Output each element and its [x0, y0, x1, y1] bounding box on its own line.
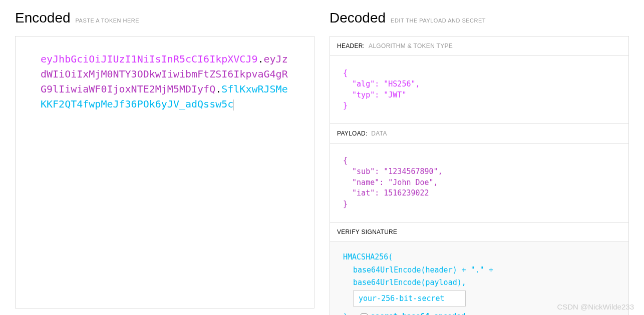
encoded-column: Encoded PASTE A TOKEN HERE eyJhbGciOiJIU… — [15, 10, 314, 315]
encoded-title-row: Encoded PASTE A TOKEN HERE — [15, 10, 314, 26]
signature-close: ) — [343, 312, 348, 315]
payload-label: PAYLOAD: — [337, 130, 368, 137]
signature-section: VERIFY SIGNATURE HMACSHA256( base64UrlEn… — [330, 222, 629, 315]
header-label: HEADER: — [337, 42, 365, 50]
payload-section-title: PAYLOAD: DATA — [330, 124, 628, 144]
payload-desc: DATA — [371, 130, 387, 137]
decoded-column: Decoded EDIT THE PAYLOAD AND SECRET HEAD… — [330, 10, 629, 315]
header-content[interactable]: { "alg": "HS256", "typ": "JWT" } — [330, 56, 628, 124]
payload-content[interactable]: { "sub": "1234567890", "name": "John Doe… — [330, 144, 628, 222]
decoded-title-row: Decoded EDIT THE PAYLOAD AND SECRET — [330, 10, 629, 26]
token-dot-2: . — [215, 83, 221, 95]
text-cursor — [233, 100, 233, 110]
encoded-title: Encoded — [15, 10, 71, 26]
token-dot-1: . — [257, 53, 263, 65]
encoded-subtitle: PASTE A TOKEN HERE — [76, 18, 140, 24]
signature-label: VERIFY SIGNATURE — [337, 228, 397, 236]
encoded-token-input[interactable]: eyJhbGciOiJIUzI1NiIsInR5cCI6IkpXVCJ9.eyJ… — [15, 36, 314, 308]
signature-line1: base64UrlEncode(header) + "." + — [343, 265, 615, 276]
header-section: HEADER: ALGORITHM & TOKEN TYPE { "alg": … — [330, 36, 629, 124]
header-desc: ALGORITHM & TOKEN TYPE — [369, 42, 453, 50]
signature-section-title: VERIFY SIGNATURE — [330, 222, 628, 242]
secret-input[interactable] — [353, 290, 466, 306]
header-section-title: HEADER: ALGORITHM & TOKEN TYPE — [330, 36, 628, 56]
signature-func: HMACSHA256( — [343, 252, 615, 263]
decoded-title: Decoded — [330, 10, 386, 26]
decoded-subtitle: EDIT THE PAYLOAD AND SECRET — [391, 18, 486, 24]
signature-line2: base64UrlEncode(payload), — [343, 278, 615, 288]
payload-section: PAYLOAD: DATA { "sub": "1234567890", "na… — [330, 124, 629, 222]
watermark: CSDN @NickWilde233 — [557, 302, 634, 311]
secret-base64-label: secret base64 encoded — [371, 312, 466, 315]
token-header-part: eyJhbGciOiJIUzI1NiIsInR5cCI6IkpXVCJ9 — [41, 53, 257, 65]
